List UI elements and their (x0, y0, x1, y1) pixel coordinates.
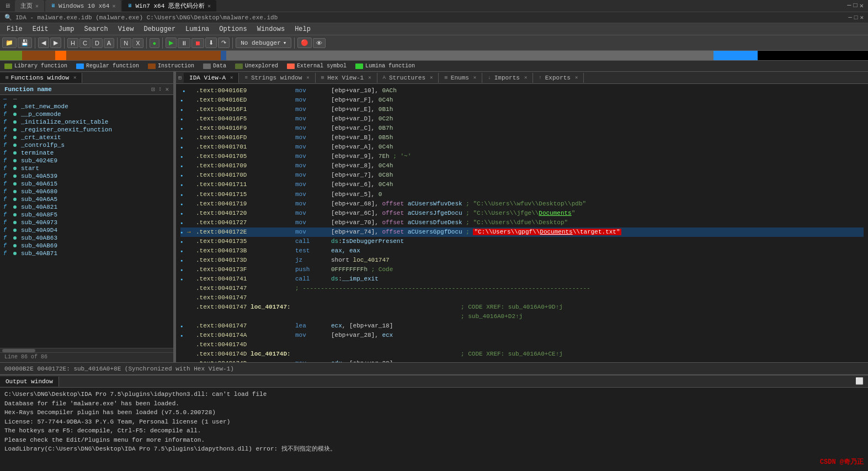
toolbar-pause[interactable]: ⏸ (178, 38, 190, 48)
toolbar-name[interactable]: N (120, 38, 131, 48)
tab-malware[interactable]: 🖥 Win7 x64 恶意代码分析 ✕ (122, 0, 216, 12)
func-item-set-new-mode[interactable]: f _set_new_mode (0, 103, 173, 110)
disasm-line[interactable]: ● .text:00401701 mov [ebp+var_A], 0C4h (180, 142, 864, 152)
disasm-line-highlighted[interactable]: ● → .text:0040172E mov [ebp+var_74], off… (180, 227, 864, 237)
menu-file[interactable]: File (2, 24, 27, 34)
toolbar-stop[interactable]: ⏹ (191, 38, 204, 48)
func-hscrollbar[interactable] (0, 348, 173, 352)
toolbar-fwd[interactable]: ▶ (50, 38, 61, 48)
disasm-line[interactable]: ● .text:0040174A mov [ebp+var_28], ecx (180, 331, 864, 340)
disasm-line[interactable]: ● .text:0040173B test eax, eax (180, 246, 864, 256)
func-item-separator[interactable]: — — (0, 95, 173, 103)
disasm-line[interactable]: ● .text:00401720 mov [ebp+var_6C], offse… (180, 209, 864, 218)
disasm-line[interactable]: ● .text:004016F5 mov [ebp+var_D], 0C2h (180, 114, 864, 124)
func-panel-close[interactable]: ✕ (73, 75, 76, 81)
toolbar-watch[interactable]: 👁 (313, 38, 326, 48)
output-content[interactable]: C:\Users\DNG\Desktop\IDA Pro 7.5\plugins… (0, 388, 868, 471)
menu-options[interactable]: Options (215, 24, 251, 34)
function-list[interactable]: — — f _set_new_mode f __p_commode f _ini… (0, 95, 173, 348)
ida-win-close[interactable]: ✕ (860, 14, 864, 21)
toolbar-debugger-dropdown[interactable]: No debugger ▾ (236, 38, 291, 48)
func-item-sub40A615[interactable]: f sub_40A615 (0, 180, 173, 188)
func-item-p-commode[interactable]: f __p_commode (0, 110, 173, 118)
tab-output-window[interactable]: Output window (0, 377, 59, 387)
toolbar-bp[interactable]: 🔴 (297, 38, 312, 48)
disasm-line[interactable]: ● .text:004016F1 mov [ebp+var_E], 0B1h (180, 105, 864, 114)
toolbar-save[interactable]: 💾 (18, 38, 32, 48)
disasm-line[interactable]: ● .text:00401715 mov [ebp+var_5], 0 (180, 190, 864, 199)
toolbar-run[interactable]: ▶ (166, 38, 177, 48)
disasm-line[interactable]: ● .text:004016ED mov [ebp+var_F], 0C4h (180, 96, 864, 105)
menu-debugger[interactable]: Debugger (139, 24, 180, 34)
func-item-crt-atexit[interactable]: f _crt_atexit (0, 134, 173, 141)
func-item-sub40A680[interactable]: f sub_40A680 (0, 188, 173, 195)
toolbar-hex[interactable]: H (67, 38, 78, 48)
disasm-line[interactable]: ● .text:00401735 call ds:IsDebuggerPrese… (180, 237, 864, 246)
tab-home-close[interactable]: ✕ (35, 3, 39, 9)
disasm-line[interactable]: ● .text:004016E9 mov [ebp+var_10], 0ACh (180, 86, 864, 96)
tab-exports-close[interactable]: ✕ (575, 75, 578, 81)
disasm-line[interactable]: ● .text:0040173D jz short loc_401747 (180, 256, 864, 265)
tab-enums[interactable]: ⊞ Enums ✕ (439, 73, 482, 83)
output-expand[interactable]: ⬜ (851, 377, 868, 385)
disasm-line[interactable]: ● .text:00401711 mov [ebp+var_6], 0C4h (180, 180, 864, 189)
menu-windows[interactable]: Windows (253, 24, 289, 34)
menu-lumina[interactable]: Lumina (181, 24, 214, 34)
win-maximize[interactable]: □ (854, 2, 858, 10)
func-expand-icon[interactable]: ↕ (158, 86, 162, 93)
tab-win10-close[interactable]: ✕ (112, 3, 115, 9)
func-hscrollbar-thumb[interactable] (2, 349, 35, 352)
toolbar-graph[interactable]: ● (150, 38, 160, 48)
func-item-init-onexit[interactable]: f _initialize_onexit_table (0, 118, 173, 126)
func-item-reg-onexit[interactable]: f _register_onexit_function (0, 126, 173, 134)
tab-win10[interactable]: 🖥 Windows 10 x64 ✕ (45, 0, 121, 12)
func-filter-icon[interactable]: ⊡ (151, 86, 155, 93)
toolbar-open[interactable]: 📁 (2, 38, 17, 48)
tab-structures[interactable]: A Structures ✕ (377, 73, 439, 83)
func-item-sub40A539[interactable]: f sub_40A539 (0, 172, 173, 180)
tab-strings-close[interactable]: ✕ (306, 75, 309, 81)
func-item-sub4024E9[interactable]: f sub_4024E9 (0, 157, 173, 165)
toolbar-data[interactable]: D (92, 38, 103, 48)
tab-malware-close[interactable]: ✕ (207, 3, 211, 9)
toolbar-str[interactable]: A (104, 38, 114, 48)
menu-jump[interactable]: Jump (54, 24, 79, 34)
menu-search[interactable]: Search (79, 24, 112, 34)
toolbar-back[interactable]: ◀ (38, 38, 49, 48)
menu-help[interactable]: Help (290, 24, 315, 34)
toolbar-xref[interactable]: X (132, 38, 143, 48)
menu-edit[interactable]: Edit (28, 24, 53, 34)
ida-win-max[interactable]: □ (854, 14, 858, 21)
tab-strings-window[interactable]: ≡ Strings window ✕ (239, 73, 315, 83)
tab-ida-view-a[interactable]: IDA View-A ✕ (184, 73, 239, 83)
disasm-view[interactable]: ● .text:004016E9 mov [ebp+var_10], 0ACh … (176, 84, 868, 362)
toolbar-code[interactable]: C (79, 38, 90, 48)
disasm-line[interactable]: ● .text:0040170D mov [ebp+var_7], 0C8h (180, 171, 864, 180)
func-item-sub40A973[interactable]: f sub_40A973 (0, 219, 173, 226)
disasm-line[interactable]: ● .text:00401741 call ds:__imp_exit (180, 274, 864, 284)
func-item-sub40A821[interactable]: f sub_40A821 (0, 203, 173, 211)
func-item-sub40AB63[interactable]: f sub_40AB63 (0, 234, 173, 242)
ida-win-min[interactable]: ─ (848, 14, 852, 21)
func-item-sub40A9D4[interactable]: f sub_40A9D4 (0, 226, 173, 234)
disasm-line[interactable]: ● .text:004016F9 mov [ebp+var_C], 0B7h (180, 124, 864, 133)
func-item-terminate[interactable]: f terminate (0, 149, 173, 157)
win-minimize[interactable]: ─ (847, 2, 851, 10)
tab-hex-view-close[interactable]: ✕ (368, 75, 371, 81)
disasm-line[interactable]: ● .text:0040173F push 0FFFFFFFFh ; Code (180, 265, 864, 274)
func-item-sub40AB69[interactable]: f sub_40AB69 (0, 242, 173, 250)
func-item-sub40AB71[interactable]: f sub_40AB71 (0, 250, 173, 257)
tab-enums-close[interactable]: ✕ (473, 75, 476, 81)
menu-view[interactable]: View (114, 24, 139, 34)
disasm-line[interactable]: ● .text:00401709 mov [ebp+var_8], 0C4h (180, 161, 864, 171)
toolbar-step-into[interactable]: ⬇ (205, 38, 217, 48)
func-item-sub40A6A5[interactable]: f sub_40A6A5 (0, 195, 173, 203)
disasm-line[interactable]: ● .text:00401705 mov [ebp+var_9], 7Eh ; … (180, 152, 864, 161)
tab-imports[interactable]: ↓ Imports ✕ (482, 73, 533, 83)
func-item-sub40A8F5[interactable]: f sub_40A8F5 (0, 211, 173, 219)
tab-structures-close[interactable]: ✕ (430, 75, 433, 81)
tab-functions-window[interactable]: ⊞ Functions window ✕ (0, 73, 82, 83)
toolbar-step-over[interactable]: ↷ (218, 38, 230, 48)
disasm-line[interactable]: ● .text:00401727 mov [ebp+var_70], offse… (180, 218, 864, 227)
func-item-controlfp[interactable]: f _controlfp_s (0, 141, 173, 149)
